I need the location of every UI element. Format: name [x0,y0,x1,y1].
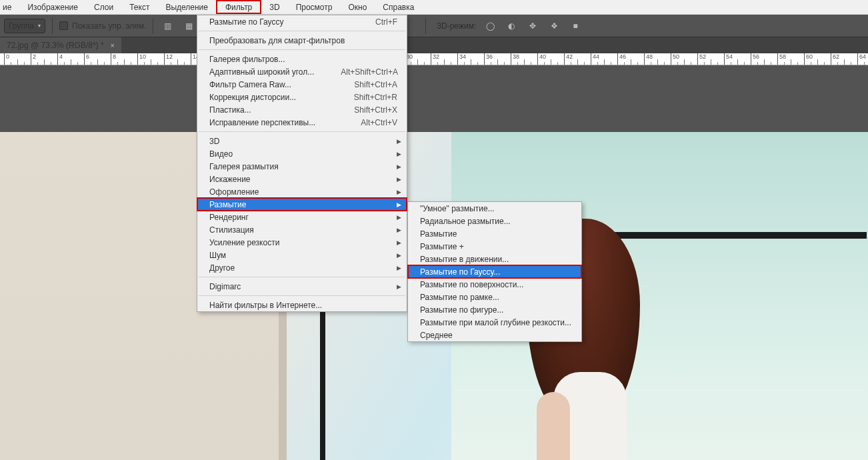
menu-item-label: Шум [209,251,397,260]
filter-menu-item[interactable]: Шум▶ [197,249,407,261]
menu-item-label: Фильтр Camera Raw... [209,80,327,89]
checkbox-box [59,21,68,30]
filter-menu-item[interactable]: Преобразовать для смарт-фильтров [197,34,407,47]
filter-menu-item[interactable]: Digimarc▶ [197,280,407,293]
menu-item-label: Размытие по поверхности... [420,280,572,289]
menu-item-label: Стилизация [209,225,397,235]
blur-submenu: "Умное" размытие...Радиальное размытие..… [407,201,582,342]
roll-icon[interactable]: ◐ [504,19,519,33]
menu-фильтр[interactable]: Фильтр [216,0,261,14]
separator [52,18,53,34]
filter-menu-item[interactable]: Коррекция дисторсии...Shift+Ctrl+R [197,91,407,103]
submenu-arrow-icon: ▶ [397,265,401,271]
menu-item-label: Искажение [209,175,397,184]
menu-item-label: Размытие [420,229,572,239]
blur-menu-item[interactable]: Размытие по фигуре... [408,303,581,316]
group-mode-select[interactable]: Группа ▾ [4,19,45,33]
menu-item-label: Размытие по рамке... [420,293,572,302]
filter-menu-item[interactable]: Размытие▶ [197,198,407,211]
blur-menu-item[interactable]: Размытие + [408,240,581,253]
align-center-icon[interactable]: ▦ [181,19,196,33]
menu-текст[interactable]: Текст [121,0,157,14]
show-controls-checkbox[interactable]: Показать упр. элем. [59,21,146,31]
filter-menu-item[interactable]: Рендеринг▶ [197,211,407,223]
separator [425,18,426,34]
scale-icon[interactable]: ■ [568,19,583,33]
menu-справка[interactable]: Справка [375,0,422,14]
submenu-arrow-icon: ▶ [397,189,401,195]
filter-menu-item[interactable]: Оформление▶ [197,185,407,198]
menu-просмотр[interactable]: Просмотр [288,0,341,14]
menu-item-label: Размытие + [420,242,572,251]
filter-menu-item[interactable]: Фильтр Camera Raw...Shift+Ctrl+A [197,78,407,91]
close-icon[interactable]: × [111,41,115,49]
dropdown-icon: ▾ [38,23,41,29]
filter-menu-item[interactable]: Найти фильтры в Интернете... [197,299,407,311]
menu-item-label: Исправление перспективы... [209,118,334,127]
filter-menu-item[interactable]: Галерея фильтров... [197,53,407,65]
menu-item-shortcut: Alt+Shift+Ctrl+A [314,67,398,77]
menu-separator [199,31,405,31]
blur-menu-item[interactable]: Радиальное размытие... [408,215,581,227]
horizontal-ruler: 0246810121416182022242628303234363840424… [0,53,868,65]
separator [153,18,153,34]
options-bar: Группа ▾ Показать упр. элем. ▥ ▦ ▧ ≡ 3D-… [0,15,868,37]
menu-item-shortcut: Shift+Ctrl+X [327,105,397,115]
menu-item-label: Галерея размытия [209,162,397,171]
blur-menu-item[interactable]: "Умное" размытие... [408,202,581,215]
filter-menu-item[interactable]: Усиление резкости▶ [197,236,407,249]
pan-icon[interactable]: ✥ [525,19,540,33]
orbit-icon[interactable]: ◯ [483,19,497,33]
menu-3d[interactable]: 3D [261,0,287,14]
blur-menu-item[interactable]: Размытие по рамке... [408,291,581,303]
filter-menu-item[interactable]: Видео▶ [197,147,407,160]
submenu-arrow-icon: ▶ [397,176,401,183]
filter-menu-item[interactable]: Стилизация▶ [197,223,407,236]
menu-item-label: Digimarc [209,282,397,291]
align-left-icon[interactable]: ▥ [160,19,175,33]
filter-menu-item[interactable]: Пластика...Shift+Ctrl+X [197,103,407,116]
menu-item-label: Коррекция дисторсии... [209,93,327,102]
menu-item-shortcut: Ctrl+F [349,17,397,27]
menu-item-shortcut: Shift+Ctrl+R [327,93,397,102]
document-tab-title: 72.jpg @ 73,3% (RGB/8*) * [7,41,104,50]
document-tabs: 72.jpg @ 73,3% (RGB/8*) * × [0,37,868,53]
submenu-arrow-icon: ▶ [397,227,401,233]
menu-separator [199,131,405,132]
submenu-arrow-icon: ▶ [397,201,401,208]
filter-menu-item[interactable]: Исправление перспективы...Alt+Ctrl+V [197,116,407,129]
blur-menu-item[interactable]: Среднее [408,329,581,341]
menu-separator [199,49,405,50]
blur-menu-item[interactable]: Размытие [408,227,581,240]
menu-separator [199,277,405,277]
filter-menu-item[interactable]: Адаптивный широкий угол...Alt+Shift+Ctrl… [197,65,407,78]
slide-icon[interactable]: ❖ [547,19,561,33]
blur-menu-item[interactable]: Размытие при малой глубине резкости... [408,316,581,329]
submenu-arrow-icon: ▶ [397,214,401,221]
menu-item-label: Оформление [209,187,397,197]
menu-item-label: Рендеринг [209,213,397,222]
menu-item-label: Галерея фильтров... [209,55,397,64]
blur-menu-item[interactable]: Размытие по поверхности... [408,278,581,291]
filter-menu-item[interactable]: Галерея размытия▶ [197,160,407,173]
blur-menu-item[interactable]: Размытие в движении... [408,253,581,265]
menu-выделение[interactable]: Выделение [157,0,216,14]
submenu-arrow-icon: ▶ [397,283,401,290]
blur-menu-item[interactable]: Размытие по Гауссу... [408,265,581,278]
menu-изображение[interactable]: Изображение [19,0,86,14]
menu-item-label: Видео [209,149,397,159]
menu-item-label: Размытие в движении... [420,255,572,264]
menu-окно[interactable]: Окно [340,0,375,14]
filter-menu-item[interactable]: 3D▶ [197,135,407,147]
menu-ие[interactable]: ие [0,0,19,14]
submenu-arrow-icon: ▶ [397,252,401,259]
menu-слои[interactable]: Слои [86,0,121,14]
menu-item-label: Размытие по фигуре... [420,305,572,315]
filter-menu-item[interactable]: Другое▶ [197,261,407,274]
menu-item-label: 3D [209,137,397,146]
document-tab[interactable]: 72.jpg @ 73,3% (RGB/8*) * × [0,37,121,53]
filter-menu-item[interactable]: Искажение▶ [197,173,407,185]
menu-item-label: Усиление резкости [209,238,397,247]
menu-item-label: Среднее [420,331,572,340]
filter-menu-item[interactable]: Размытие по ГауссуCtrl+F [197,15,407,28]
